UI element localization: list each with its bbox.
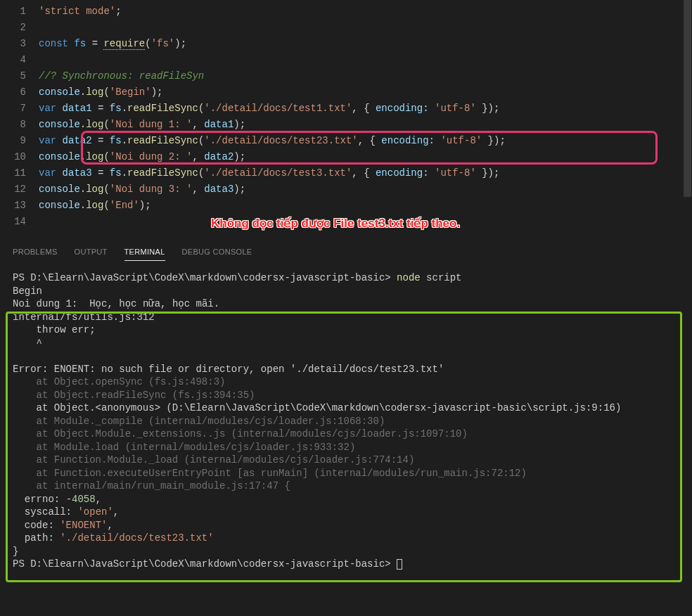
terminal[interactable]: PS D:\Elearn\JavaScript\CodeX\markdown\c… [0, 263, 692, 579]
code-line: var data1 = fs.readFileSync('./detail/do… [39, 101, 692, 117]
tab-problems[interactable]: PROBLEMS [13, 243, 58, 260]
terminal-line: at Object.openSync (fs.js:498:3) [13, 376, 679, 389]
terminal-line [13, 349, 679, 363]
terminal-line: PS D:\Elearn\JavaScript\CodeX\markdown\c… [13, 558, 679, 571]
code-content[interactable]: 'strict mode'; const fs = require('fs');… [39, 0, 692, 230]
line-number: 14 [0, 214, 26, 230]
line-number: 3 [0, 36, 26, 52]
annotation-text: Không đọc tiếp được File test3.txt tiếp … [211, 215, 460, 231]
terminal-line: Begin [13, 285, 679, 298]
terminal-line: at Function.Module._load (internal/modul… [13, 454, 679, 467]
terminal-line: at Object.Module._extensions..js (intern… [13, 428, 679, 441]
terminal-line: PS D:\Elearn\JavaScript\CodeX\markdown\c… [13, 271, 679, 285]
line-number: 13 [0, 198, 26, 214]
line-number: 11 [0, 165, 26, 181]
line-number: 6 [0, 84, 26, 101]
terminal-line: at Function.executeUserEntryPoint [as ru… [13, 467, 679, 480]
code-line: //? Synchronous: readFileSyn [39, 68, 692, 84]
tab-output[interactable]: OUTPUT [75, 243, 108, 260]
code-line: console.log('Noi dung 3: ', data3); [39, 181, 692, 198]
terminal-line: syscall: 'open', [13, 506, 679, 519]
terminal-line: internal/fs/utils.js:312 [13, 311, 679, 324]
line-number: 9 [0, 133, 26, 149]
bottom-panel: PROBLEMS OUTPUT TERMINAL DEBUG CONSOLE P… [0, 240, 692, 579]
scrollbar-thumb[interactable] [684, 0, 691, 197]
tab-terminal[interactable]: TERMINAL [124, 243, 165, 261]
code-line: var data2 = fs.readFileSync('./detail/do… [39, 133, 692, 149]
code-line: const fs = require('fs'); [39, 36, 692, 52]
line-number: 7 [0, 101, 26, 117]
line-number: 1 [0, 4, 26, 20]
code-line [39, 20, 692, 36]
terminal-line: Error: ENOENT: no such file or directory… [13, 363, 679, 376]
terminal-line: at Object.readFileSync (fs.js:394:35) [13, 389, 679, 402]
terminal-cursor [397, 559, 402, 570]
terminal-line: ^ [13, 337, 679, 350]
code-line [39, 52, 692, 68]
code-line: 'strict mode'; [39, 4, 692, 20]
tab-debug-console[interactable]: DEBUG CONSOLE [182, 243, 252, 260]
terminal-line: at internal/main/run_main_module.js:17:4… [13, 480, 679, 493]
line-number: 8 [0, 117, 26, 133]
code-line: console.log('End'); [39, 198, 692, 214]
line-number: 10 [0, 149, 26, 165]
terminal-line: at Module._compile (internal/modules/cjs… [13, 415, 679, 428]
code-line: console.log('Noi dung 2: ', data2); [39, 149, 692, 165]
code-line: console.log('Begin'); [39, 84, 692, 101]
line-number: 2 [0, 20, 26, 36]
terminal-line: at Module.load (internal/modules/cjs/loa… [13, 441, 679, 454]
code-line: console.log('Noi dung 1: ', data1); [39, 117, 692, 133]
editor-scrollbar[interactable] [684, 0, 691, 239]
line-number: 5 [0, 68, 26, 84]
code-line: var data3 = fs.readFileSync('./detail/do… [39, 165, 692, 181]
panel-tabs: PROBLEMS OUTPUT TERMINAL DEBUG CONSOLE [0, 240, 692, 263]
code-editor[interactable]: 1 2 3 4 5 6 7 8 9 10 11 12 13 14 'strict… [0, 0, 692, 230]
line-gutter: 1 2 3 4 5 6 7 8 9 10 11 12 13 14 [0, 0, 39, 230]
terminal-line: at Object.<anonymous> (D:\Elearn\JavaScr… [13, 402, 679, 415]
terminal-line: path: './detail/docs/test23.txt' [13, 532, 679, 545]
line-number: 12 [0, 181, 26, 198]
terminal-line: errno: -4058, [13, 493, 679, 506]
terminal-line: throw err; [13, 323, 679, 337]
line-number: 4 [0, 52, 26, 68]
terminal-line: code: 'ENOENT', [13, 519, 679, 532]
terminal-line: Noi dung 1: Học, học nữa, học mãi. [13, 297, 679, 311]
terminal-line: } [13, 545, 679, 558]
